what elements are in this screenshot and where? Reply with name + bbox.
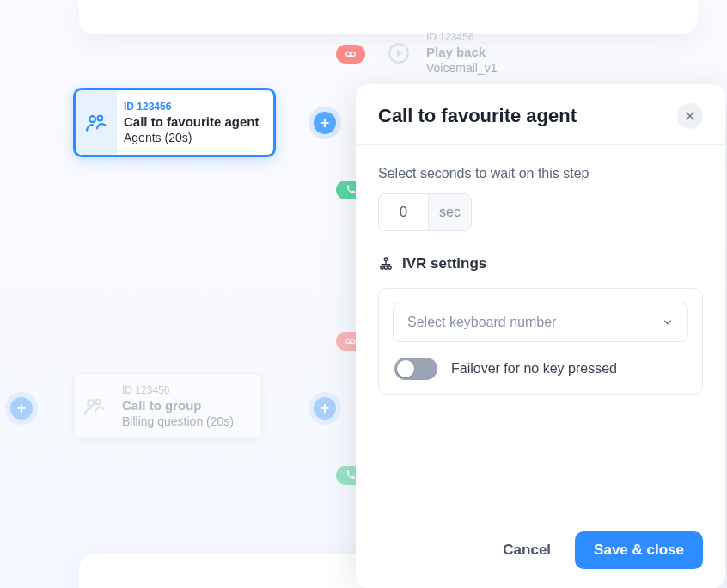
node-id: ID 123456 [124,101,260,113]
node-subtitle: Voicemail_v1 [426,61,498,75]
svg-point-10 [381,266,383,269]
svg-point-5 [88,400,94,406]
close-button[interactable] [677,103,703,129]
close-icon [684,110,696,122]
svg-point-4 [351,52,356,57]
add-port-right-2[interactable]: + [314,397,336,420]
node-play-back[interactable]: ID 123456 Play back Voicemail_v1 [378,21,567,85]
node-title: Call to group [122,398,234,413]
voicemail-pill-icon [336,45,365,64]
seconds-suffix: sec [428,193,472,231]
svg-point-12 [388,266,391,269]
svg-point-6 [96,399,101,404]
failover-toggle[interactable] [394,358,437,380]
ivr-icon [378,256,394,272]
node-subtitle: Agents (20s) [124,131,260,144]
agents-icon [74,374,115,438]
svg-point-11 [384,266,387,269]
ivr-heading: IVR settings [402,255,486,273]
node-id: ID 123456 [426,31,498,43]
svg-point-3 [346,52,351,57]
cancel-button[interactable]: Cancel [503,542,551,559]
node-call-to-group[interactable]: ID 123456 Call to group Billing question… [73,373,262,439]
svg-point-2 [98,115,103,120]
agents-icon [76,90,117,155]
play-icon [378,21,419,85]
select-placeholder: Select keyboard number [407,315,556,330]
failover-label: Failover for no key pressed [451,361,617,377]
panel-title: Call to favourite agent [378,105,577,127]
node-subtitle: Billing question (20s) [122,414,234,428]
wait-label: Select seconds to wait on this step [378,166,703,181]
node-title: Play back [426,45,498,59]
add-port-left[interactable]: + [10,397,33,420]
save-close-button[interactable]: Save & close [575,531,703,569]
node-title: Call to favourite agent [124,114,260,129]
svg-point-7 [346,340,351,344]
add-port-right[interactable]: + [314,112,336,134]
node-id: ID 123456 [122,384,234,396]
settings-panel: Call to favourite agent Select seconds t… [356,84,725,588]
svg-point-9 [384,258,387,260]
node-call-favourite-agent[interactable]: ID 123456 Call to favourite agent Agents… [73,88,276,157]
svg-point-1 [89,116,95,122]
wait-seconds-input[interactable] [378,193,428,231]
keyboard-number-select[interactable]: Select keyboard number [393,303,688,342]
svg-point-8 [351,340,356,344]
chevron-down-icon [662,316,674,328]
